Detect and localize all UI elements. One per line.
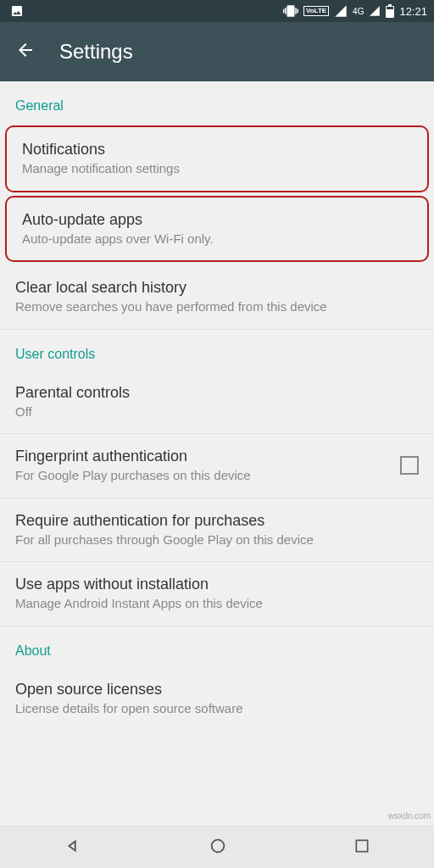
signal-icon-2 bbox=[369, 5, 381, 17]
setting-subtitle: Off bbox=[15, 403, 419, 420]
setting-subtitle: For all purchases through Google Play on… bbox=[15, 531, 419, 548]
section-header-about: About bbox=[0, 626, 434, 667]
setting-fingerprint[interactable]: Fingerprint authentication For Google Pl… bbox=[0, 434, 434, 498]
setting-title: Parental controls bbox=[15, 384, 419, 402]
volte-badge: VoLTE bbox=[303, 6, 329, 16]
setting-subtitle: Remove searches you have performed from … bbox=[15, 298, 419, 315]
setting-notifications[interactable]: Notifications Manage notification settin… bbox=[7, 127, 427, 191]
nav-back-icon[interactable] bbox=[64, 837, 82, 859]
vibrate-icon bbox=[283, 3, 298, 19]
setting-clear-history[interactable]: Clear local search history Remove search… bbox=[0, 265, 434, 330]
settings-list: General Notifications Manage notificatio… bbox=[0, 81, 434, 826]
setting-title: Fingerprint authentication bbox=[15, 448, 390, 465]
setting-subtitle: Manage Android Instant Apps on this devi… bbox=[15, 595, 419, 612]
setting-instant-apps[interactable]: Use apps without installation Manage And… bbox=[0, 562, 434, 626]
page-title: Settings bbox=[59, 40, 133, 64]
back-icon[interactable] bbox=[15, 40, 36, 64]
status-bar: VoLTE 4G 12:21 bbox=[0, 0, 434, 22]
clock: 12:21 bbox=[399, 5, 427, 18]
battery-icon bbox=[386, 4, 394, 18]
setting-title: Auto-update apps bbox=[22, 211, 412, 229]
highlight-auto-update: Auto-update apps Auto-update apps over W… bbox=[5, 196, 429, 263]
watermark: wsxdn.com bbox=[388, 811, 431, 821]
setting-subtitle: License details for open source software bbox=[15, 700, 419, 717]
setting-parental-controls[interactable]: Parental controls Off bbox=[0, 370, 434, 435]
image-icon bbox=[10, 4, 24, 18]
section-header-user-controls: User controls bbox=[0, 330, 434, 370]
section-header-general: General bbox=[0, 81, 434, 122]
setting-title: Use apps without installation bbox=[15, 576, 419, 593]
svg-point-1 bbox=[212, 839, 225, 852]
setting-title: Open source licenses bbox=[15, 681, 419, 698]
setting-title: Clear local search history bbox=[15, 279, 419, 297]
setting-title: Notifications bbox=[22, 141, 412, 159]
navigation-bar bbox=[0, 826, 434, 868]
nav-home-icon[interactable] bbox=[209, 837, 227, 859]
setting-licenses[interactable]: Open source licenses License details for… bbox=[0, 667, 434, 731]
highlight-notifications: Notifications Manage notification settin… bbox=[5, 125, 429, 192]
setting-require-auth[interactable]: Require authentication for purchases For… bbox=[0, 498, 434, 563]
signal-icon bbox=[334, 4, 348, 18]
network-label: 4G bbox=[353, 7, 364, 16]
nav-recent-icon[interactable] bbox=[353, 837, 370, 858]
setting-auto-update[interactable]: Auto-update apps Auto-update apps over W… bbox=[7, 198, 427, 261]
svg-rect-2 bbox=[357, 840, 368, 851]
app-bar: Settings bbox=[0, 22, 434, 81]
fingerprint-checkbox[interactable] bbox=[400, 456, 419, 475]
svg-rect-0 bbox=[387, 7, 393, 9]
setting-title: Require authentication for purchases bbox=[15, 512, 419, 530]
setting-subtitle: For Google Play purchases on this device bbox=[15, 467, 390, 484]
setting-subtitle: Manage notification settings bbox=[22, 160, 412, 177]
setting-subtitle: Auto-update apps over Wi-Fi only. bbox=[22, 231, 412, 248]
